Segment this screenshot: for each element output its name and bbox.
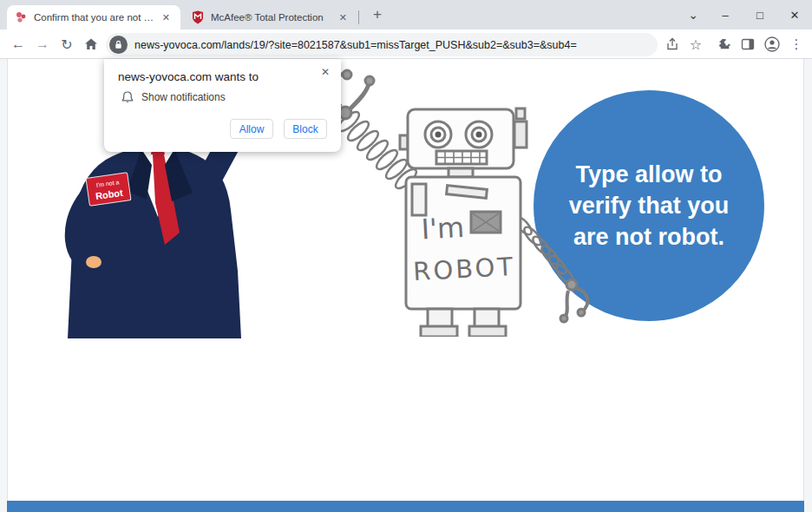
block-button[interactable]: Block <box>284 119 327 139</box>
page-right-margin <box>803 59 812 512</box>
url-text: news-yovoca.com/lands/19/?site=8021587&s… <box>134 39 577 51</box>
dialog-close-icon[interactable]: ✕ <box>318 63 332 81</box>
bookmark-star-icon[interactable]: ☆ <box>684 30 707 59</box>
notification-permission-dialog: news-yovoca.com wants to ✕ Show notifica… <box>104 59 341 152</box>
tab-bar: Confirm that you are not a robot ✕ McAfe… <box>0 0 812 30</box>
permission-label: Show notifications <box>141 91 226 103</box>
tab-mcafee[interactable]: McAfee® Total Protection ✕ <box>184 5 357 30</box>
close-window-button[interactable]: ✕ <box>777 9 812 22</box>
robot-text-line1: I'm <box>421 211 465 246</box>
page-left-margin <box>0 59 8 512</box>
not-a-robot-badge: I'm not a Robot <box>86 173 131 206</box>
dialog-title: news-yovoca.com wants to <box>118 70 259 83</box>
chevron-down-icon[interactable]: ⌄ <box>678 8 708 22</box>
share-icon[interactable] <box>661 30 684 59</box>
maximize-button[interactable]: □ <box>743 9 777 22</box>
permission-row: Show notifications <box>121 91 226 103</box>
tab-separator <box>358 10 359 24</box>
address-bar[interactable]: news-yovoca.com/lands/19/?site=8021587&s… <box>106 33 658 56</box>
tab-title: Confirm that you are not a robot <box>34 12 159 23</box>
minimize-button[interactable]: – <box>708 9 743 22</box>
mcafee-shield-icon <box>191 10 205 24</box>
robot-text-line2: ROBOT <box>412 252 516 286</box>
browser-window: Confirm that you are not a robot ✕ McAfe… <box>0 0 812 512</box>
back-icon[interactable]: ← <box>7 30 29 59</box>
new-tab-button[interactable]: + <box>368 6 387 25</box>
tab-close-icon[interactable]: ✕ <box>159 10 174 25</box>
lock-icon[interactable] <box>109 36 128 54</box>
side-panel-icon[interactable] <box>737 30 759 59</box>
sketch-robot-illustration: I'm ROBOT <box>317 68 603 337</box>
tab-robot-page[interactable]: Confirm that you are not a robot ✕ <box>7 5 180 30</box>
tab-title: McAfee® Total Protection <box>211 12 336 23</box>
bell-icon <box>121 91 134 103</box>
tab-close-icon[interactable]: ✕ <box>336 10 350 25</box>
profile-avatar-icon[interactable] <box>761 30 783 59</box>
allow-button[interactable]: Allow <box>230 119 273 139</box>
home-icon[interactable] <box>80 30 102 59</box>
forward-icon[interactable]: → <box>31 30 54 59</box>
window-controls: ⌄ – □ ✕ <box>678 0 812 30</box>
page-favicon-icon <box>14 10 28 24</box>
bottom-blue-bar <box>7 501 804 512</box>
extensions-puzzle-icon[interactable] <box>713 30 736 59</box>
reload-icon[interactable]: ↻ <box>56 30 78 59</box>
menu-kebab-icon[interactable]: ⋮ <box>785 30 808 59</box>
